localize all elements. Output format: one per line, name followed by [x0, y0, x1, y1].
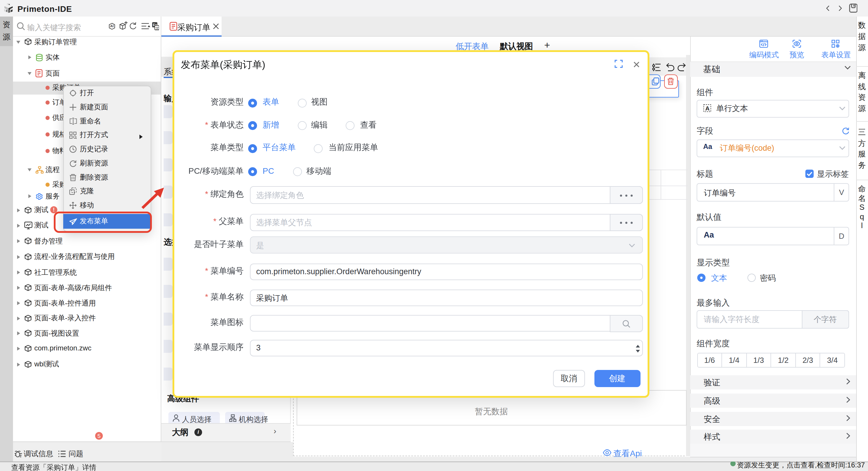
- svg-text:A: A: [705, 105, 709, 112]
- svg-text:文: 文: [155, 26, 159, 30]
- svg-text:AI: AI: [110, 24, 114, 28]
